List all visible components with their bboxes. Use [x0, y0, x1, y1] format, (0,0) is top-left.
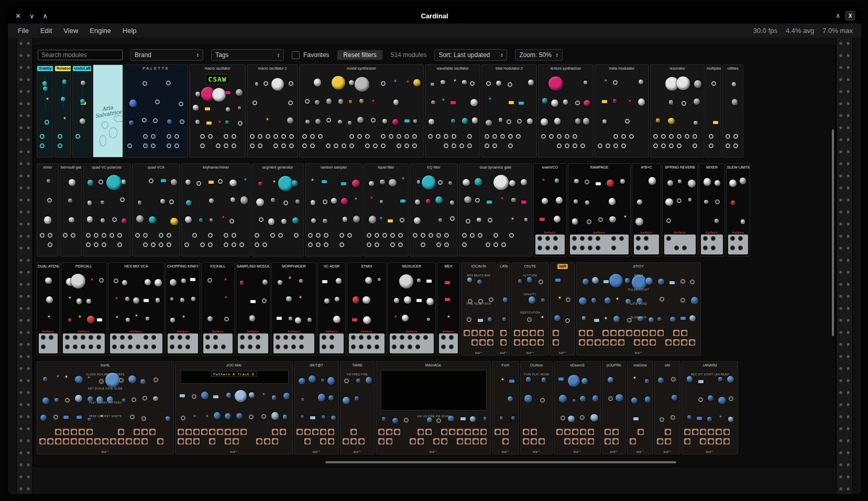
module-tile[interactable]: liquid filter: [364, 163, 409, 257]
module-tile[interactable]: quad VCA: [132, 163, 180, 257]
jack-icon: [428, 233, 433, 238]
module-tile[interactable]: resonator: [650, 64, 705, 158]
module-tile[interactable]: oAibId°°: [654, 361, 680, 454]
module-tile[interactable]: bordLCLOCK RUN RESET STEPSKEY SCALE GATE…: [37, 361, 174, 454]
module-tile[interactable]: Aria Salvatrice: [93, 64, 123, 158]
module-tile[interactable]: baRbId°°: [550, 262, 575, 355]
module-tile[interactable]: MUXLICERbefaco: [388, 262, 436, 355]
module-tile[interactable]: texture synthesizer: [538, 64, 594, 158]
module-tile[interactable]: macro oscillatorCSAW: [189, 64, 246, 158]
module-tile[interactable]: meta modulator: [595, 64, 649, 158]
module-tile[interactable]: EQ filter: [410, 163, 458, 257]
module-tile[interactable]: HEX MIX VCAbefaco: [108, 262, 164, 355]
module-tile[interactable]: PERCALLbefaco: [61, 262, 107, 355]
maximize-icon[interactable]: ∧: [42, 12, 48, 20]
menu-bar: FileEditViewEngineHelp 30.0 fps4.4% avg7…: [8, 24, 861, 38]
jack-icon: [73, 335, 78, 340]
module-tile[interactable]: ChUTEALTITUDEGRAVITYRESTITUTIONbId°°: [511, 262, 549, 355]
horizontal-scrollbar-thumb[interactable]: [325, 461, 676, 463]
module-tile[interactable]: tOCAnTeBPH BEATS BARFINE RESET RUNbId°°: [461, 262, 497, 355]
knob-icon: [271, 78, 284, 91]
menu-item-file[interactable]: File: [12, 27, 35, 35]
module-tile[interactable]: dIKT@TbId°°: [294, 361, 339, 454]
module-tile[interactable]: A*B+Cbefaco: [632, 163, 661, 257]
module-tile[interactable]: RAMPAGEbefaco: [568, 163, 631, 257]
module-tile[interactable]: ForKbId°°: [492, 361, 519, 454]
module-tile[interactable]: SLEW LIMITERbefaco: [726, 163, 750, 257]
tags-dropdown[interactable]: Tags ▲▼: [211, 49, 284, 61]
jack-icon: [329, 430, 334, 435]
module-tile[interactable]: MEXbefaco: [437, 262, 460, 355]
button-icon: [669, 281, 675, 284]
sort-dropdown[interactable]: Sort: Last updated ▲▼: [434, 49, 507, 61]
led-icon: [605, 80, 607, 81]
module-tile[interactable]: mixer: [37, 163, 59, 257]
menu-item-engine[interactable]: Engine: [84, 27, 116, 35]
module-tile[interactable]: multiples: [706, 64, 721, 158]
module-tile[interactable]: macro oscillator 2: [247, 64, 298, 158]
module-tile[interactable]: random sampler: [305, 163, 362, 257]
module-tile[interactable]: segment generator: [251, 163, 304, 257]
jack-plate: [605, 438, 611, 444]
knob-icon: [314, 79, 321, 86]
menu-item-help[interactable]: Help: [117, 27, 142, 35]
module-tile[interactable]: evenVCObefaco: [533, 163, 567, 257]
search-input[interactable]: [38, 50, 123, 60]
module-tile[interactable]: MORPHADERbefaco: [271, 262, 316, 355]
module-tile[interactable]: Rotatoes: [54, 64, 71, 158]
module-tile[interactable]: wavetable oscillator: [425, 64, 480, 158]
module-title: liquid filter: [364, 164, 408, 170]
module-tile[interactable]: DUAL ATENUVERTERbefaco: [37, 262, 60, 355]
jack-icon: [561, 416, 565, 420]
module-tile[interactable]: dual dynamics gate: [459, 163, 532, 257]
knob-icon: [463, 179, 470, 186]
button-icon: [97, 318, 102, 321]
knob-icon: [441, 80, 445, 85]
module-tile[interactable]: cANARdREC O/T START LEN READbId°°: [682, 361, 738, 454]
knob-icon: [484, 417, 487, 420]
module-tile[interactable]: dTrOYPITCHPULSE COUNTGATE MODESLIDE/SKIP…: [576, 262, 701, 355]
module-tile[interactable]: PALETTE: [124, 64, 188, 158]
module-tile[interactable]: utilities: [722, 64, 743, 158]
jack-icon: [283, 201, 288, 205]
module-tile[interactable]: UnduLaR: [72, 64, 92, 158]
module-tile[interactable]: TiAREFM FREQ FINEbId°°: [340, 361, 375, 454]
favorites-checkbox[interactable]: [292, 51, 300, 59]
jack-icon: [478, 299, 483, 304]
module-tile[interactable]: tidal modulator 2: [481, 64, 537, 158]
zoom-dropdown[interactable]: Zoom: 50% ▲▼: [515, 49, 562, 61]
menu-item-view[interactable]: View: [58, 27, 84, 35]
module-tile[interactable]: pOUPRebId°°: [602, 361, 626, 454]
module-tile[interactable]: liMonADeUNI I/O FINE FM SCANbId°°: [376, 361, 491, 454]
module-tile[interactable]: maGmabId°°: [627, 361, 653, 454]
module-tile[interactable]: SPRING REVERBbefaco: [662, 163, 698, 257]
module-tile[interactable]: eDsaroSbId°°: [554, 361, 601, 454]
module-tile[interactable]: OUAIveTYPE PLAY MODEbId°°: [520, 361, 553, 454]
jack-icon: [179, 439, 183, 444]
vertical-scrollbar-thumb[interactable]: [832, 129, 834, 336]
module-tile[interactable]: Grabby: [37, 64, 53, 158]
x11-icon[interactable]: X: [845, 11, 855, 20]
module-tile[interactable]: zOÙ MAIPattern 0 Track 0bId°°: [175, 361, 293, 454]
module-panel-art: bId°°: [551, 263, 575, 355]
module-tile[interactable]: CHOPPING KINKYbefaco: [166, 262, 200, 355]
reset-filters-button[interactable]: Reset filters: [337, 50, 382, 60]
module-tile[interactable]: MIXERbefaco: [699, 163, 725, 257]
led-icon: [617, 298, 618, 299]
module-panel-art: befaco: [108, 263, 164, 355]
collapse-icon[interactable]: ∧: [836, 12, 840, 19]
minimize-icon[interactable]: ∨: [29, 12, 35, 20]
module-title: evenVCO: [534, 164, 566, 170]
module-tile[interactable]: KICKALLbefaco: [201, 262, 235, 355]
module-tile[interactable]: keyframer/mixer: [181, 163, 250, 257]
module-tile[interactable]: SAMPLING MODULATORbefaco: [236, 262, 270, 355]
close-icon[interactable]: ✕: [15, 12, 21, 20]
module-tile[interactable]: LATebId°°: [498, 262, 510, 355]
module-tile[interactable]: modal synthesizer: [299, 64, 424, 158]
module-tile[interactable]: VC ADSRbefaco: [317, 262, 346, 355]
brand-dropdown[interactable]: Brand ▲▼: [130, 49, 203, 61]
module-tile[interactable]: bernoulli gate: [60, 163, 82, 257]
module-tile[interactable]: STMIXbefaco: [347, 262, 387, 355]
module-tile[interactable]: quad VC-polarizer: [83, 163, 131, 257]
menu-item-edit[interactable]: Edit: [35, 27, 58, 35]
